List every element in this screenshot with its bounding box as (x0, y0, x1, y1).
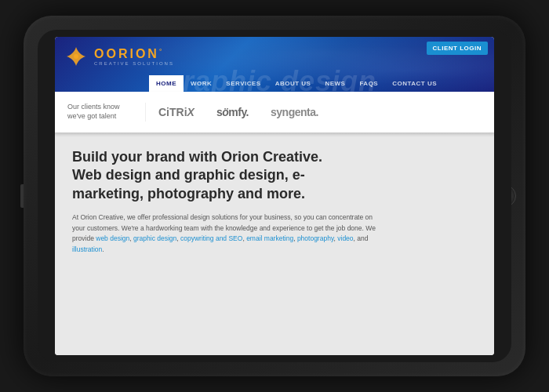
tablet-device: graphic design CLIENT LOGIN (24, 16, 525, 376)
logos-bar: Our clients know we've got talent CiTRiX… (55, 92, 494, 132)
nav-item-contact[interactable]: CONTACT US (385, 75, 444, 92)
citrix-logo: CiTRiX (158, 106, 195, 118)
tablet-inner: graphic design CLIENT LOGIN (38, 30, 511, 362)
nav-item-services[interactable]: SERVICES (219, 75, 267, 92)
screen: graphic design CLIENT LOGIN (55, 37, 494, 355)
main-content: Build your brand with Orion Creative. We… (55, 132, 494, 355)
screen-content: graphic design CLIENT LOGIN (55, 37, 494, 355)
logo-accent: O (94, 47, 106, 60)
client-login-button[interactable]: CLIENT LOGIN (427, 42, 488, 55)
link-graphic-design[interactable]: graphic design (133, 234, 176, 242)
header: graphic design CLIENT LOGIN (55, 37, 494, 92)
link-illustration[interactable]: illustration (72, 245, 102, 253)
main-body: At Orion Creative, we offer professional… (72, 212, 386, 255)
nav-item-faqs[interactable]: FAQS (352, 75, 385, 92)
link-copywriting[interactable]: copywriting and SEO (180, 234, 242, 242)
nav-item-work[interactable]: WORK (184, 75, 219, 92)
syngenta-logo: syngenta. (271, 106, 318, 118)
side-button (20, 184, 24, 208)
nav-item-home[interactable]: HOME (149, 75, 184, 92)
link-photography[interactable]: photography (297, 234, 334, 242)
link-web-design[interactable]: web design (96, 234, 129, 242)
somfy-logo: sömfy. (216, 106, 249, 118)
logo-name: OORION° (94, 48, 174, 60)
orion-logo-icon (63, 43, 89, 70)
nav-item-about[interactable]: ABOUT US (268, 75, 318, 92)
logos-companies: CiTRiX sömfy. syngenta. (146, 106, 318, 118)
nav-item-news[interactable]: NEWS (318, 75, 352, 92)
logos-tagline: Our clients know we've got talent (67, 103, 146, 121)
link-video[interactable]: video (337, 234, 353, 242)
logo-subtitle: CREATIVE SOLUTIONS (94, 61, 174, 66)
svg-point-0 (74, 54, 78, 59)
main-nav: HOME WORK SERVICES ABOUT US NEWS FAQS CO… (149, 75, 444, 92)
main-headline: Build your brand with Orion Creative. We… (72, 148, 339, 203)
logo-text-area: OORION° CREATIVE SOLUTIONS (94, 48, 174, 66)
logo-area: OORION° CREATIVE SOLUTIONS (63, 43, 174, 70)
link-email-marketing[interactable]: email marketing (246, 234, 293, 242)
